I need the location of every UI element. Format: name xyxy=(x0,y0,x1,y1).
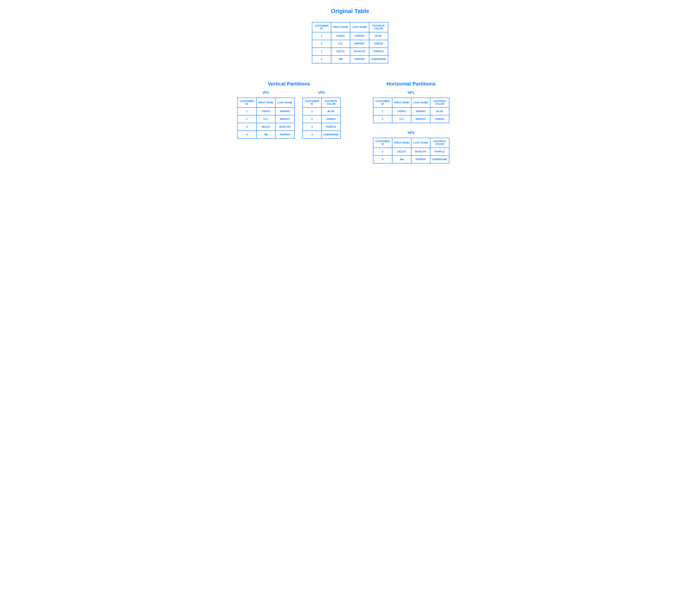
table-header-row: CUSTOMER ID FIRST NAME LAST NAME FAVORIT… xyxy=(373,98,449,108)
table-header-row: CUSTOMER ID FIRST NAME LAST NAME FAVORIT… xyxy=(312,22,388,32)
original-table: CUSTOMER ID FIRST NAME LAST NAME FAVORIT… xyxy=(312,22,388,64)
col-customer-id: CUSTOMER ID xyxy=(312,22,331,32)
cell-id: 2 xyxy=(237,115,257,123)
cell-color: GREEN xyxy=(322,115,340,123)
table-row: 2 GREEN xyxy=(303,115,340,123)
hp2-group: HP2 CUSTOMER ID FIRST NAME LAST NAME FAV… xyxy=(373,131,449,164)
hp1-table: CUSTOMER ID FIRST NAME LAST NAME FAVORIT… xyxy=(373,98,449,123)
cell-color: GREEN xyxy=(430,115,449,123)
table-row: 2 O.V. WRIGHT xyxy=(237,115,294,123)
col-customer-id: CUSTOMER ID xyxy=(373,138,392,148)
cell-color: AUBERGINE xyxy=(322,131,340,138)
cell-first: SELDA xyxy=(331,48,350,56)
hp1-title: HP1 xyxy=(408,91,414,95)
table-row: 3 SELDA BAĞCAN PURPLE xyxy=(312,48,388,56)
cell-last: OHNUKI xyxy=(411,107,430,115)
vp2-table: CUSTOMER ID FAVORITE COLOR 1 BLUE 2 xyxy=(302,98,341,139)
vertical-partitions-section: Vertical Partitions VP1 CUSTOMER ID FIRS… xyxy=(234,81,344,164)
table-header-row: CUSTOMER ID FAVORITE COLOR xyxy=(303,98,340,108)
cell-last: PEPPER xyxy=(350,56,369,63)
cell-id: 3 xyxy=(237,123,257,131)
cell-last: BAĞCAN xyxy=(276,123,294,131)
cell-first: SELDA xyxy=(392,148,411,156)
cell-first: O.V. xyxy=(257,115,276,123)
vp-tables-container: VP1 CUSTOMER ID FIRST NAME LAST NAME 1 xyxy=(237,91,341,139)
table-row: 4 JIM PEPPER xyxy=(237,131,294,138)
cell-id: 3 xyxy=(312,48,331,56)
hp1-group: HP1 CUSTOMER ID FIRST NAME LAST NAME FAV… xyxy=(373,91,449,123)
col-favorite-color: FAVORITE COLOR xyxy=(430,98,449,108)
col-customer-id: CUSTOMER ID xyxy=(373,98,392,108)
cell-id: 1 xyxy=(237,107,257,115)
table-row: 2 O.V. WRIGHT GREEN xyxy=(373,115,449,123)
table-row: 1 BLUE xyxy=(303,107,340,115)
table-header-row: CUSTOMER ID FIRST NAME LAST NAME xyxy=(237,98,294,108)
cell-last: PEPPER xyxy=(411,156,430,163)
col-first-name: FIRST NAME xyxy=(257,98,276,108)
vp2-group: VP2 CUSTOMER ID FAVORITE COLOR 1 BLUE xyxy=(302,91,341,139)
cell-first: SELDA xyxy=(257,123,276,131)
table-row: 3 PURPLE xyxy=(303,123,340,131)
hp2-title: HP2 xyxy=(408,131,414,135)
cell-color: AUBERGINE xyxy=(430,156,449,163)
vertical-partitions-title: Vertical Partitions xyxy=(268,81,310,87)
cell-first: JIM xyxy=(331,56,350,63)
cell-id: 2 xyxy=(373,115,392,123)
table-row: 4 AUBERGINE xyxy=(303,131,340,138)
vp2-title: VP2 xyxy=(318,91,325,95)
cell-color: PURPLE xyxy=(430,148,449,156)
cell-id: 3 xyxy=(303,123,322,131)
col-favorite-color: FAVORITE COLOR xyxy=(369,22,388,32)
horizontal-partitions-title: Horizontal Partitions xyxy=(386,81,436,87)
cell-id: 1 xyxy=(312,32,331,40)
table-row: 3 SELDA BAĞCAN PURPLE xyxy=(373,148,449,156)
cell-last: BAĞCAN xyxy=(350,48,369,56)
hp-tables-container: HP1 CUSTOMER ID FIRST NAME LAST NAME FAV… xyxy=(373,91,449,164)
cell-color: PURPLE xyxy=(322,123,340,131)
vp1-title: VP1 xyxy=(263,91,269,95)
col-last-name: LAST NAME xyxy=(411,98,430,108)
cell-last: PEPPER xyxy=(276,131,294,138)
col-favorite-color: FAVORITE COLOR xyxy=(322,98,340,108)
cell-id: 4 xyxy=(373,156,392,163)
cell-id: 1 xyxy=(303,107,322,115)
col-first-name: FIRST NAME xyxy=(392,98,411,108)
col-customer-id: CUSTOMER ID xyxy=(237,98,257,108)
table-row: 1 TAEKO OHNUKI BLUE xyxy=(373,107,449,115)
cell-first: O.V. xyxy=(392,115,411,123)
cell-color: PURPLE xyxy=(369,48,388,56)
original-table-section: Original Table CUSTOMER ID FIRST NAME LA… xyxy=(234,8,467,64)
cell-id: 1 xyxy=(373,107,392,115)
table-header-row: CUSTOMER ID FIRST NAME LAST NAME FAVORIT… xyxy=(373,138,449,148)
cell-last: OHNUKI xyxy=(350,32,369,40)
col-last-name: LAST NAME xyxy=(276,98,294,108)
cell-id: 4 xyxy=(303,131,322,138)
cell-id: 4 xyxy=(312,56,331,63)
cell-first: TAEKO xyxy=(331,32,350,40)
hp2-table: CUSTOMER ID FIRST NAME LAST NAME FAVORIT… xyxy=(373,138,449,164)
table-row: 1 TAEKO OHNUKI xyxy=(237,107,294,115)
table-row: 2 O.V. WRIGHT GREEN xyxy=(312,40,388,48)
cell-color: BLUE xyxy=(322,107,340,115)
cell-id: 4 xyxy=(237,131,257,138)
cell-id: 2 xyxy=(303,115,322,123)
cell-first: O.V. xyxy=(331,40,350,48)
col-first-name: FIRST NAME xyxy=(331,22,350,32)
cell-id: 2 xyxy=(312,40,331,48)
cell-first: JIM xyxy=(392,156,411,163)
col-customer-id: CUSTOMER ID xyxy=(303,98,322,108)
cell-last: BAĞCAN xyxy=(411,148,430,156)
table-row: 1 TAEKO OHNUKI BLUE xyxy=(312,32,388,40)
cell-id: 3 xyxy=(373,148,392,156)
vp1-group: VP1 CUSTOMER ID FIRST NAME LAST NAME 1 xyxy=(237,91,295,139)
cell-first: JIM xyxy=(257,131,276,138)
cell-color: BLUE xyxy=(369,32,388,40)
cell-last: WRIGHT xyxy=(411,115,430,123)
vp1-table: CUSTOMER ID FIRST NAME LAST NAME 1 TAEKO… xyxy=(237,98,295,139)
cell-first: TAEKO xyxy=(392,107,411,115)
col-last-name: LAST NAME xyxy=(411,138,430,148)
cell-color: AUBERGINE xyxy=(369,56,388,63)
cell-color: GREEN xyxy=(369,40,388,48)
cell-last: WRIGHT xyxy=(276,115,294,123)
cell-first: TAEKO xyxy=(257,107,276,115)
